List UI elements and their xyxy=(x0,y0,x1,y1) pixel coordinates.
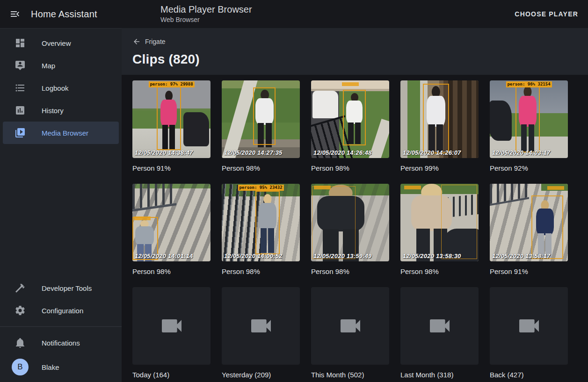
clip-timestamp: 12/05/2020 14:00:52 xyxy=(224,252,283,259)
clip-thumbnail[interactable]: 12/05/2020 13:58:17 xyxy=(490,184,568,261)
scene-shape xyxy=(183,112,209,146)
folder-label: Back (427) xyxy=(490,371,568,379)
hammer-icon xyxy=(15,282,26,294)
detection-tag: person: 97% 29988 xyxy=(148,81,194,87)
clip-label: Person 98% xyxy=(311,267,389,276)
folder-label: This Month (502) xyxy=(311,371,389,379)
sidebar-item-label: Developer Tools xyxy=(42,284,92,292)
detection-bbox xyxy=(312,186,356,259)
choose-player-button[interactable]: CHOOSE PLAYER xyxy=(515,10,578,18)
clip-thumbnail[interactable]: 12/05/2020 14:26:48 xyxy=(311,80,389,158)
clip-thumbnail[interactable]: 12/05/2020 14:26:07 xyxy=(400,80,479,158)
clip-tile[interactable]: 12/05/2020 14:01:14 Person 98% xyxy=(132,184,211,276)
sidebar-item-history[interactable]: History xyxy=(3,99,119,122)
clip-timestamp: 12/05/2020 14:26:07 xyxy=(403,149,461,156)
video-icon xyxy=(159,313,185,339)
video-icon xyxy=(516,313,542,339)
tooltip-account-icon xyxy=(15,60,26,71)
clip-label: Person 98% xyxy=(132,267,211,276)
page-title: Clips (820) xyxy=(132,52,588,67)
gear-icon xyxy=(15,305,26,316)
folder-tile-last-month[interactable]: Last Month (318) xyxy=(400,287,479,379)
folder-thumbnail[interactable] xyxy=(132,287,211,365)
clip-timestamp: 12/05/2020 13:58:30 xyxy=(403,252,461,259)
clip-tile[interactable]: 12/05/2020 13:58:30 Person 98% xyxy=(400,184,479,276)
sidebar-item-media-browser[interactable]: Media Browser xyxy=(3,122,119,144)
sidebar-item-developer-tools[interactable]: Developer Tools xyxy=(3,277,119,299)
menu-open-icon[interactable] xyxy=(9,8,21,20)
detection-tag: person: 95% 23432 xyxy=(238,185,283,191)
clip-thumbnail[interactable]: 12/05/2020 13:59:49 xyxy=(311,184,389,261)
clip-timestamp: 12/05/2020 14:26:48 xyxy=(313,149,372,156)
folder-tile-today[interactable]: Today (164) xyxy=(132,287,211,379)
folder-tile-back[interactable]: Back (427) xyxy=(490,287,568,379)
sidebar-item-overview[interactable]: Overview xyxy=(3,32,119,54)
sidebar-item-label: Media Browser xyxy=(42,129,88,137)
media-browser-panel: Frigate Clips (820) person: 97% 29988 12… xyxy=(122,28,588,382)
clip-timestamp: 12/05/2020 14:27:35 xyxy=(224,149,283,156)
clip-timestamp: 12/05/2020 14:01:14 xyxy=(135,252,193,259)
scene-shape xyxy=(132,184,176,212)
clip-thumbnail[interactable]: person: 97% 29988 12/05/2020 14:38:47 xyxy=(132,80,211,158)
detection-bbox xyxy=(531,195,563,259)
folder-thumbnail[interactable] xyxy=(490,287,568,365)
sidebar-item-label: Configuration xyxy=(42,307,83,315)
folder-tile-this-month[interactable]: This Month (502) xyxy=(311,287,389,379)
sidebar-item-label: Map xyxy=(42,62,55,70)
clip-thumbnail[interactable]: 12/05/2020 13:58:30 xyxy=(400,184,479,261)
play-box-multiple-icon xyxy=(15,127,26,138)
folder-tile-yesterday[interactable]: Yesterday (209) xyxy=(222,287,300,379)
video-icon xyxy=(337,313,363,339)
detection-bbox xyxy=(343,90,365,146)
clip-label: Person 98% xyxy=(311,164,389,173)
clip-thumbnail[interactable]: 12/05/2020 14:27:35 xyxy=(222,80,300,158)
detection-bbox xyxy=(255,191,280,254)
sidebar-item-map[interactable]: Map xyxy=(3,54,119,77)
clip-timestamp: 12/05/2020 14:38:47 xyxy=(135,149,193,156)
folder-thumbnail[interactable] xyxy=(311,287,389,365)
clip-tile[interactable]: person: 96% 32154 12/05/2020 14:03:17 Pe… xyxy=(490,80,568,173)
breadcrumb-back[interactable]: Frigate xyxy=(132,37,166,46)
detection-bbox xyxy=(253,87,276,145)
clip-label: Person 99% xyxy=(400,164,479,173)
clip-tile[interactable]: 12/05/2020 14:26:48 Person 98% xyxy=(311,80,389,173)
folder-thumbnail[interactable] xyxy=(400,287,479,365)
detection-bbox xyxy=(157,86,181,150)
user-name: Blake xyxy=(42,363,59,371)
breadcrumb-label: Frigate xyxy=(145,38,166,45)
sidebar-item-label: Logbook xyxy=(42,84,69,92)
clip-tile[interactable]: person: 97% 29988 12/05/2020 14:38:47 Pe… xyxy=(132,80,211,173)
video-icon xyxy=(248,313,274,339)
detection-tag-small xyxy=(404,186,421,189)
sidebar-footer: Developer Tools Configuration Notificati… xyxy=(0,277,122,382)
clip-tile[interactable]: 12/05/2020 13:59:49 Person 98% xyxy=(311,184,389,276)
clip-tile[interactable]: 12/05/2020 13:58:17 Person 91% xyxy=(490,184,568,276)
chart-box-icon xyxy=(15,105,26,116)
clip-thumbnail[interactable]: person: 96% 32154 12/05/2020 14:03:17 xyxy=(490,80,568,158)
clip-thumbnail[interactable]: 12/05/2020 14:01:14 xyxy=(132,184,211,261)
clip-tile[interactable]: 12/05/2020 14:27:35 Person 98% xyxy=(222,80,300,173)
clip-label: Person 98% xyxy=(222,164,300,173)
bell-icon xyxy=(15,337,26,348)
sidebar-item-configuration[interactable]: Configuration xyxy=(3,299,119,322)
view-dashboard-icon xyxy=(15,37,26,49)
sidebar-item-profile[interactable]: B Blake xyxy=(3,354,119,380)
video-icon xyxy=(427,313,453,339)
sidebar-divider xyxy=(0,326,122,327)
sidebar-item-label: History xyxy=(42,107,64,115)
media-player-title: Media Player Browser xyxy=(160,4,252,15)
sidebar-item-label: Overview xyxy=(42,39,71,47)
folder-label: Yesterday (209) xyxy=(222,371,300,379)
sidebar-item-logbook[interactable]: Logbook xyxy=(3,77,119,99)
clip-tile[interactable]: person: 95% 23432 12/05/2020 14:00:52 Pe… xyxy=(222,184,300,276)
clip-thumbnail[interactable]: person: 95% 23432 12/05/2020 14:00:52 xyxy=(222,184,300,261)
folder-thumbnail[interactable] xyxy=(222,287,300,365)
detection-bbox xyxy=(423,84,449,153)
sidebar-item-notifications[interactable]: Notifications xyxy=(3,332,119,354)
page-header: Media Player Browser Web Browser xyxy=(160,4,252,24)
detection-tag-small xyxy=(314,186,331,189)
clip-label: Person 98% xyxy=(222,267,300,276)
clip-tile[interactable]: 12/05/2020 14:26:07 Person 99% xyxy=(400,80,479,173)
clips-grid: person: 97% 29988 12/05/2020 14:38:47 Pe… xyxy=(122,75,588,379)
folder-label: Today (164) xyxy=(132,371,211,379)
